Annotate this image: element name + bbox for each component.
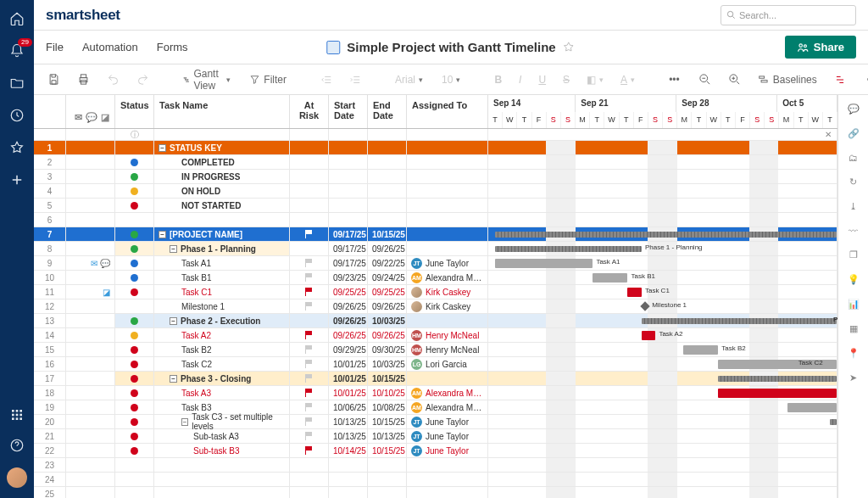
start-date-cell[interactable] <box>329 170 368 184</box>
task-cell[interactable]: Task A1 <box>154 256 290 271</box>
risk-cell[interactable] <box>290 415 329 429</box>
status-cell[interactable] <box>115 357 154 372</box>
risk-cell[interactable] <box>290 170 329 184</box>
assigned-cell[interactable] <box>407 213 488 227</box>
task-cell[interactable]: Task A2 <box>154 328 290 343</box>
table-row[interactable]: 18Task A310/01/2510/10/25AMAlexandra Mat… <box>34 386 837 400</box>
end-date-cell[interactable] <box>368 213 407 227</box>
status-cell[interactable] <box>115 299 154 314</box>
italic-button[interactable]: I <box>514 71 526 88</box>
recent-icon[interactable] <box>8 107 25 124</box>
risk-cell[interactable] <box>290 343 329 357</box>
risk-cell[interactable] <box>290 487 329 498</box>
gantt-cell[interactable] <box>488 213 837 227</box>
gantt-cell[interactable]: Task A2 <box>488 328 837 343</box>
user-avatar[interactable] <box>7 467 27 488</box>
expand-toggle[interactable]: − <box>159 231 166 238</box>
status-cell[interactable] <box>115 271 154 285</box>
start-date-cell[interactable]: 09/25/25 <box>329 285 368 299</box>
menu-forms[interactable]: Forms <box>157 41 188 53</box>
end-date-cell[interactable] <box>368 141 407 155</box>
col-end[interactable]: End Date <box>368 95 407 128</box>
outdent-button[interactable] <box>315 71 337 88</box>
assigned-cell[interactable] <box>407 170 488 184</box>
start-date-cell[interactable]: 09/26/25 <box>329 314 368 328</box>
gantt-bar[interactable] <box>627 288 641 297</box>
status-cell[interactable] <box>115 155 154 170</box>
zoom-out-button[interactable] <box>693 70 716 88</box>
table-row[interactable]: 4ON HOLD <box>34 184 837 199</box>
pin-icon[interactable]: 📍 <box>848 348 860 359</box>
gantt-bar[interactable] <box>830 419 837 425</box>
task-cell[interactable]: Task B2 <box>154 343 290 357</box>
grid-icon[interactable]: ▦ <box>849 323 858 334</box>
status-cell[interactable] <box>115 285 154 299</box>
col-status[interactable]: Status <box>115 95 154 128</box>
end-date-cell[interactable] <box>368 155 407 170</box>
filter-button[interactable]: Filter <box>244 71 292 88</box>
indent-button[interactable] <box>344 71 366 88</box>
expand-toggle[interactable]: − <box>170 375 177 383</box>
start-date-cell[interactable]: 09/26/25 <box>329 299 368 314</box>
undo-button[interactable] <box>102 70 125 88</box>
end-date-cell[interactable]: 09/26/25 <box>368 299 407 314</box>
gantt-cell[interactable] <box>488 141 837 155</box>
table-row[interactable]: 13−Phase 2 - Execution09/26/2510/03/25Ph… <box>34 314 837 328</box>
risk-cell[interactable] <box>290 372 329 386</box>
table-row[interactable]: 6 <box>34 213 837 227</box>
table-row[interactable]: 25 <box>34 487 837 498</box>
start-date-cell[interactable] <box>329 141 368 155</box>
bold-button[interactable]: B <box>489 71 507 88</box>
risk-cell[interactable] <box>290 184 329 199</box>
gantt-cell[interactable] <box>488 227 837 242</box>
task-cell[interactable]: Sub-task B3 <box>154 444 290 458</box>
table-row[interactable]: 7−[PROJECT NAME]09/17/2510/15/25 <box>34 227 837 242</box>
table-row[interactable]: 20−Task C3 - set multiple levels10/13/25… <box>34 415 837 429</box>
assigned-cell[interactable]: AMAlexandra Mattson <box>407 271 488 285</box>
start-date-cell[interactable] <box>329 458 368 473</box>
assigned-cell[interactable]: Kirk Caskey <box>407 285 488 299</box>
table-row[interactable]: 5NOT STARTED <box>34 199 837 213</box>
assigned-cell[interactable] <box>407 473 488 487</box>
status-cell[interactable] <box>115 227 154 242</box>
gantt-bar[interactable] <box>593 273 627 283</box>
baselines-button[interactable]: Baselines <box>753 71 822 88</box>
gantt-cell[interactable] <box>488 155 837 170</box>
start-date-cell[interactable] <box>329 487 368 498</box>
table-row[interactable]: 10Task B109/23/2509/24/25AMAlexandra Mat… <box>34 271 837 285</box>
end-date-cell[interactable]: 10/03/25 <box>368 314 407 328</box>
font-size-select[interactable]: 10 ▾ <box>437 71 465 88</box>
risk-cell[interactable] <box>290 299 329 314</box>
assigned-cell[interactable]: JTJune Taylor <box>407 256 488 271</box>
risk-cell[interactable] <box>290 155 329 170</box>
end-date-cell[interactable]: 10/03/25 <box>368 357 407 372</box>
task-cell[interactable]: Task C1 <box>154 285 290 299</box>
risk-cell[interactable] <box>290 458 329 473</box>
favorites-icon[interactable] <box>8 139 25 156</box>
table-row[interactable]: 21Sub-task A310/13/2510/13/25JTJune Tayl… <box>34 429 837 444</box>
assigned-cell[interactable] <box>407 372 488 386</box>
export-icon[interactable]: ⤓ <box>849 201 857 212</box>
task-cell[interactable]: −Task C3 - set multiple levels <box>154 415 290 429</box>
expand-toggle[interactable]: − <box>159 144 166 152</box>
end-date-cell[interactable]: 09/26/25 <box>368 328 407 343</box>
task-cell[interactable] <box>154 473 290 487</box>
end-date-cell[interactable]: 10/08/25 <box>368 400 407 415</box>
gantt-cell[interactable]: Phase 2 - Execution <box>488 314 837 328</box>
gantt-cell[interactable] <box>488 415 837 429</box>
table-row[interactable]: 14Task A209/26/2509/26/25HMHenry McNealT… <box>34 328 837 343</box>
table-row[interactable]: 11◪Task C109/25/2509/25/25Kirk CaskeyTas… <box>34 285 837 299</box>
help-icon[interactable] <box>8 437 25 454</box>
task-cell[interactable]: −Phase 2 - Execution <box>154 314 290 328</box>
status-cell[interactable] <box>115 256 154 271</box>
end-date-cell[interactable] <box>368 199 407 213</box>
risk-cell[interactable] <box>290 357 329 372</box>
table-row[interactable]: 17−Phase 3 - Closing10/01/2510/15/25 <box>34 372 837 386</box>
end-date-cell[interactable]: 09/30/25 <box>368 343 407 357</box>
task-cell[interactable] <box>154 213 290 227</box>
task-cell[interactable]: COMPLETED <box>154 155 290 170</box>
assigned-cell[interactable]: JTJune Taylor <box>407 429 488 444</box>
status-cell[interactable] <box>115 328 154 343</box>
end-date-cell[interactable]: 10/15/25 <box>368 415 407 429</box>
assigned-cell[interactable] <box>407 487 488 498</box>
